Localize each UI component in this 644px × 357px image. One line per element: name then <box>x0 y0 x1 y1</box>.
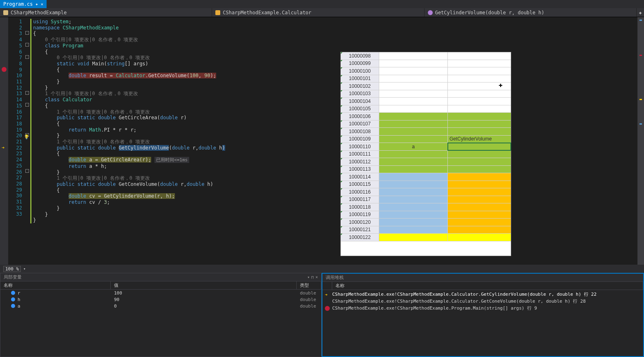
split-icon[interactable]: ✚ <box>637 8 644 17</box>
code-line[interactable]: return a * h; <box>30 163 637 170</box>
cell[interactable] <box>379 60 448 67</box>
row-header[interactable]: 10000106 <box>341 113 379 120</box>
row-header[interactable]: 10000121 <box>341 226 379 234</box>
stack-frame[interactable]: CSharpMethodExample.exe!CSharpMethodExam… <box>322 305 643 312</box>
cell[interactable] <box>448 196 511 203</box>
code-line[interactable]: public static double GetCircleArea(doubl… <box>30 115 637 121</box>
row-header[interactable]: 10000112 <box>341 158 379 165</box>
locals-row[interactable]: h90double <box>0 296 321 303</box>
code-line[interactable]: double a = GetCircleArea(r);已用时间<=1ms <box>30 157 637 163</box>
spreadsheet-row[interactable]: 10000114 <box>341 173 511 181</box>
spreadsheet-row[interactable]: 10000116 <box>341 188 511 196</box>
cell[interactable] <box>379 136 448 143</box>
row-header[interactable]: 10000120 <box>341 219 379 226</box>
code-line[interactable]: } <box>30 79 637 85</box>
cell[interactable] <box>379 158 448 165</box>
code-line[interactable]: } <box>30 217 637 223</box>
cell[interactable] <box>448 158 511 165</box>
cell[interactable] <box>379 211 448 219</box>
code-line[interactable]: { <box>30 49 637 55</box>
cell[interactable] <box>379 128 448 135</box>
cell[interactable] <box>379 226 448 234</box>
cell[interactable] <box>448 234 511 241</box>
cell[interactable] <box>448 83 511 90</box>
collapse-icon[interactable]: - <box>25 103 29 107</box>
spreadsheet-row[interactable]: 10000110a <box>341 143 511 151</box>
cell[interactable] <box>448 52 511 60</box>
spreadsheet-row[interactable]: 10000120 <box>341 219 511 226</box>
spreadsheet-row[interactable]: 10000098 <box>341 52 511 60</box>
code-line[interactable]: } <box>30 85 637 91</box>
cell[interactable] <box>448 60 511 67</box>
code-line[interactable]: 1 个引用|0 项更改|0 名作者，0 项更改 <box>30 139 637 145</box>
callstack-title-bar[interactable]: 调用堆栈 <box>322 274 643 282</box>
cell[interactable] <box>379 105 448 113</box>
cell[interactable] <box>448 151 511 158</box>
code-line[interactable]: 1 个引用|0 项更改|0 名作者，0 项更改 <box>30 175 637 181</box>
cell[interactable] <box>379 75 448 83</box>
cell[interactable]: a <box>379 143 448 150</box>
locals-title-bar[interactable]: 局部变量 ▾ ⊓ × <box>0 273 321 281</box>
row-header[interactable]: 10000111 <box>341 151 379 158</box>
spreadsheet-row[interactable]: 10000112 <box>341 158 511 166</box>
code-line[interactable]: using System; <box>30 19 637 25</box>
cell[interactable] <box>448 67 511 75</box>
row-header[interactable]: 10000113 <box>341 166 379 173</box>
spreadsheet-row[interactable]: 10000099 <box>341 60 511 68</box>
spreadsheet-row[interactable]: 10000101 <box>341 75 511 83</box>
cell[interactable] <box>379 83 448 90</box>
code-line[interactable]: static void Main(string[] args) <box>30 61 637 67</box>
cell[interactable] <box>448 128 511 135</box>
stack-frame[interactable]: CSharpMethodExample.exe!CSharpMethodExam… <box>322 298 643 305</box>
row-header[interactable]: 10000122 <box>341 234 379 241</box>
locals-row[interactable]: r100double <box>0 290 321 296</box>
breakpoint-icon[interactable] <box>2 67 7 72</box>
cell[interactable] <box>448 90 511 98</box>
spreadsheet-row[interactable]: 10000106 <box>341 113 511 120</box>
code-line[interactable]: 1 个引用|0 项更改|0 名作者，0 项更改 <box>30 91 637 97</box>
cell[interactable] <box>448 173 511 181</box>
code-line[interactable]: } <box>30 205 637 212</box>
spreadsheet-row[interactable]: 10000102 <box>341 83 511 90</box>
code-line[interactable]: double result = Calculator.GetConeVolume… <box>30 73 637 79</box>
locals-col-value[interactable]: 值 <box>111 281 297 289</box>
breadcrumb-method[interactable]: GetCylinderVolume(double r, double h) <box>425 8 637 17</box>
cell[interactable] <box>379 196 448 203</box>
code-line[interactable]: public static double GetConeVolume(doubl… <box>30 181 637 187</box>
cell[interactable] <box>448 143 511 150</box>
cell[interactable] <box>379 90 448 98</box>
row-header[interactable]: 10000101 <box>341 75 379 83</box>
cell[interactable] <box>448 211 511 219</box>
code-line[interactable]: class Program <box>30 43 637 49</box>
cell[interactable] <box>448 120 511 128</box>
code-line[interactable]: } <box>30 170 637 176</box>
code-line[interactable]: public static double GetCylinderVolume(d… <box>30 145 637 151</box>
cell[interactable] <box>379 98 448 105</box>
callstack-col-name[interactable]: 名称 <box>332 282 643 290</box>
close-icon[interactable]: × <box>40 2 43 7</box>
cell[interactable] <box>379 219 448 226</box>
code-line[interactable]: } <box>30 133 637 139</box>
cell[interactable] <box>379 113 448 120</box>
spreadsheet-row[interactable]: 10000117 <box>341 196 511 204</box>
cell[interactable] <box>448 98 511 105</box>
row-header[interactable]: 10000099 <box>341 60 379 67</box>
spreadsheet-row[interactable]: 10000111 <box>341 151 511 158</box>
row-header[interactable]: 10000116 <box>341 188 379 196</box>
locals-col-name[interactable]: 名称 <box>0 281 111 289</box>
cell[interactable] <box>448 188 511 196</box>
code-line[interactable]: { <box>30 67 637 73</box>
close-icon[interactable]: × <box>315 275 318 279</box>
tab-active[interactable]: Program.cs ✦ × <box>0 0 47 8</box>
breadcrumb-project[interactable]: CSharpMethodExample <box>0 8 212 17</box>
collapse-icon[interactable]: - <box>25 31 29 35</box>
editor-scrollbar[interactable] <box>637 17 644 265</box>
spreadsheet-row[interactable]: 10000104 <box>341 98 511 105</box>
cell[interactable] <box>379 166 448 173</box>
spreadsheet-row[interactable]: 10000105 <box>341 105 511 113</box>
cell[interactable] <box>379 52 448 60</box>
breadcrumb-class[interactable]: CSharpMethodExample.Calculator <box>212 8 424 17</box>
spreadsheet-row[interactable]: 10000115 <box>341 181 511 189</box>
cell[interactable] <box>379 188 448 196</box>
row-header[interactable]: 10000098 <box>341 52 379 60</box>
